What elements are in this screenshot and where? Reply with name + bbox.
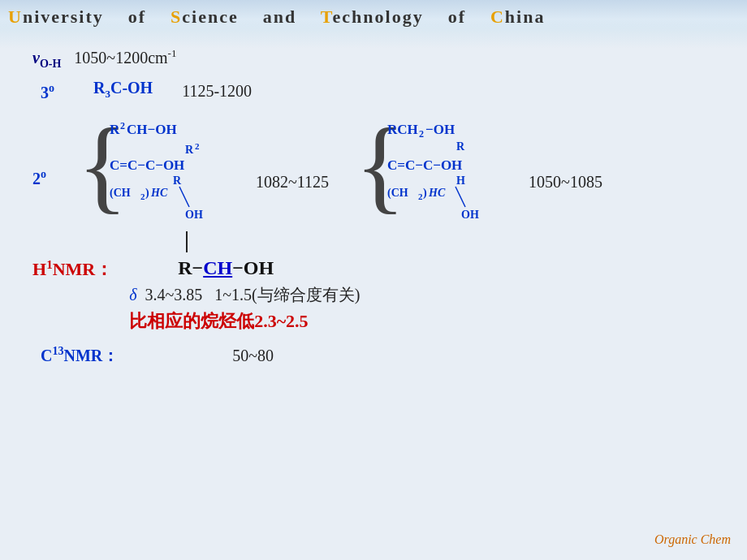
left-structure-svg: { R 2 CH−OH R 2 C=C−C−OH (CH 2 ) HC R [76, 111, 254, 225]
hnmr-section: H1NMR： R−CH−OH δ 3.4~3.85 1~1.5(与缔合度有关) … [32, 257, 715, 340]
svg-text:): ) [423, 187, 427, 200]
header-of1: of [128, 6, 146, 27]
right-structure-svg: { RCH 2 −OH R C=C−C−OH H (CH 2 ) HC [353, 111, 516, 225]
range-2deg-right: 1050~1085 [529, 149, 602, 192]
svg-text:RCH: RCH [387, 122, 418, 137]
nu-subscript: O-H [40, 58, 61, 70]
svg-text:(CH: (CH [387, 187, 408, 200]
hnmr-right: R−CH−OH δ 3.4~3.85 1~1.5(与缔合度有关) 比相应的烷烃低… [129, 257, 360, 340]
svg-text:HC: HC [150, 187, 168, 199]
cnmr-label: C13NMR： [41, 345, 119, 367]
svg-text:R: R [185, 144, 194, 156]
degree3-label: 3o [41, 79, 77, 102]
cnmr-row: C13NMR： 50~80 [41, 345, 715, 367]
svg-text:HC: HC [428, 187, 446, 199]
nu-value: 1050~1200cm-1 [74, 47, 176, 67]
ch-colored: CH [203, 257, 232, 278]
svg-text:H: H [456, 174, 465, 187]
right-bracket-structure: { RCH 2 −OH R C=C−C−OH H (CH 2 ) HC [353, 111, 516, 228]
svg-text:2: 2 [419, 128, 424, 140]
header-u: U [8, 6, 23, 27]
formula-r3c-oh: R3C-OH [93, 79, 153, 101]
svg-text:R: R [173, 174, 182, 187]
svg-text:OH: OH [185, 209, 203, 221]
range-2deg-left: 1082~1125 [256, 149, 329, 192]
nu-row: νO-H 1050~1200cm-1 [32, 47, 715, 71]
delta-symbol: δ [129, 286, 136, 304]
delta-row: δ 3.4~3.85 1~1.5(与缔合度有关) [129, 284, 360, 306]
svg-line-12 [179, 187, 189, 207]
svg-text:): ) [145, 187, 149, 200]
range-3deg: 1125-1200 [182, 79, 252, 101]
header-hina: hina [505, 6, 546, 27]
svg-text:(CH: (CH [110, 187, 131, 200]
left-bracket-structure: { R 2 CH−OH R 2 C=C−C−OH (CH 2 ) HC R [76, 111, 254, 228]
header-echnology: echnology [333, 6, 424, 27]
header-cience: cience [182, 6, 238, 27]
cnmr-value: 50~80 [232, 347, 274, 365]
nu-label: νO-H [32, 49, 61, 71]
degree2-label: 2o [32, 152, 69, 188]
svg-text:R: R [110, 122, 120, 137]
main-content: νO-H 1050~1200cm-1 3o R3C-OH 1125-1200 2… [0, 32, 747, 375]
svg-text:2: 2 [195, 141, 200, 151]
svg-text:−OH: −OH [425, 122, 455, 137]
vertical-connector [185, 231, 715, 256]
svg-text:R: R [456, 140, 465, 153]
footer-organic-chem: Organic Chem [654, 532, 731, 547]
header-niversity: niversity [23, 6, 104, 27]
svg-line-25 [456, 187, 465, 207]
compare-row: 比相应的烷烃低2.3~2.5 [129, 309, 360, 334]
row-2deg: 2o { R 2 CH−OH R 2 C=C−C−OH (CH 2 ) H [32, 111, 715, 228]
hnmr-left: H1NMR： [32, 257, 113, 282]
svg-text:2: 2 [120, 120, 125, 131]
header-of2: of [448, 6, 466, 27]
svg-text:C=C−C−OH: C=C−C−OH [387, 157, 462, 173]
svg-text:C=C−C−OH: C=C−C−OH [110, 157, 184, 173]
svg-text:CH−OH: CH−OH [127, 122, 177, 137]
nu-superscript: -1 [168, 47, 177, 59]
header-bar: University of Science and Technology of … [0, 0, 747, 32]
r-ch-oh-row: R−CH−OH [178, 257, 360, 279]
hnmr-header: H1NMR： [32, 259, 113, 279]
header-s: S [171, 6, 182, 27]
svg-text:OH: OH [461, 209, 479, 221]
header-t: T [321, 6, 333, 27]
header-c: C [490, 6, 505, 27]
row-3deg: 3o R3C-OH 1125-1200 [41, 79, 715, 102]
delta-values: 3.4~3.85 1~1.5(与缔合度有关) [145, 284, 360, 306]
header-and: and [263, 6, 296, 27]
